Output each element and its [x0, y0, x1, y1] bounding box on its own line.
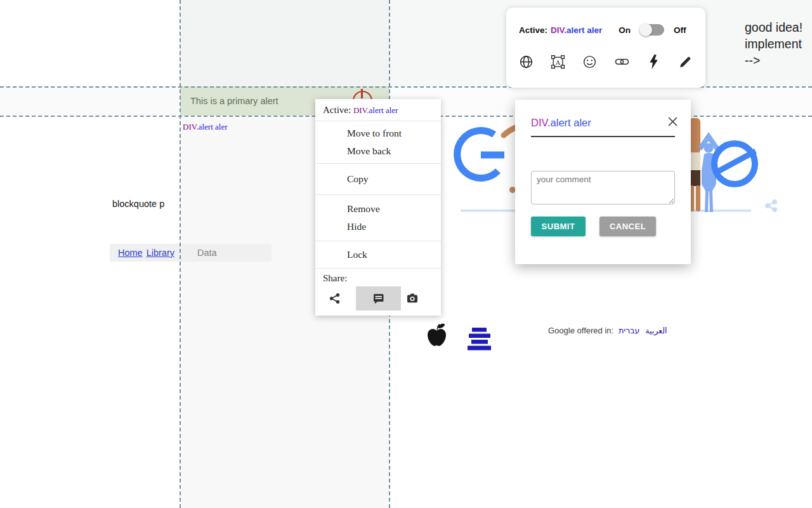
menu-item-remove[interactable]: Remove	[315, 200, 441, 218]
title-divider	[531, 136, 675, 137]
modal-title: DIV.alert aler	[531, 117, 591, 129]
camera-icon[interactable]	[406, 293, 419, 304]
context-menu: Active: DIV.alert aler Move to front Mov…	[315, 99, 441, 316]
active-toggle[interactable]	[640, 24, 664, 36]
doodle-letter-e	[714, 144, 756, 184]
close-icon[interactable]	[667, 116, 678, 130]
offered-in-label: Google offered in:	[548, 326, 613, 335]
toggle-on-label: On	[619, 25, 631, 35]
doodle-share-icon[interactable]	[766, 200, 777, 212]
smiley-icon[interactable]	[582, 53, 598, 70]
extension-toolbar-panel: Active: DIV.alert aler On Off	[506, 8, 705, 88]
breadcrumb-current: Data	[197, 248, 217, 258]
note-line: good idea!	[745, 19, 812, 36]
selector-tag: DIV	[551, 25, 564, 35]
language-link-hebrew[interactable]: עברית	[619, 326, 639, 335]
comment-icon[interactable]	[356, 286, 401, 311]
menu-group: Lock	[315, 241, 441, 269]
breadcrumb: Home Library Data	[110, 244, 272, 262]
page: good idea! implement -->	[0, 0, 812, 508]
selector-tag: DIV	[353, 105, 367, 115]
menu-item-lock[interactable]: Lock	[315, 246, 441, 264]
note-line: -->	[745, 52, 812, 69]
comment-input[interactable]	[531, 171, 675, 204]
inspector-zone-top	[180, 0, 389, 86]
apple-icon[interactable]	[425, 321, 449, 352]
menu-item-hide[interactable]: Hide	[315, 218, 441, 236]
language-link-arabic[interactable]: العربية	[645, 326, 667, 335]
globe-icon[interactable]	[518, 53, 534, 70]
selector-rest: .alert aler	[367, 105, 398, 115]
svg-text:A: A	[556, 58, 561, 65]
bolt-icon[interactable]	[646, 53, 662, 70]
selector-tag: DIV	[183, 122, 196, 131]
share-label: Share:	[323, 272, 433, 284]
selector-rest: .alert aler	[564, 25, 602, 35]
submit-button[interactable]: SUBMIT	[531, 217, 586, 236]
menu-item-move-back[interactable]: Move back	[315, 142, 441, 160]
active-label: Active:	[323, 105, 351, 115]
selector-rest: .alert aler	[547, 117, 591, 128]
blockquote-text: blockquote p	[112, 199, 164, 209]
doodle-letter-g	[457, 131, 504, 178]
menu-item-move-to-front[interactable]: Move to front	[315, 124, 441, 142]
pencil-icon[interactable]	[678, 53, 694, 70]
text-frame-icon[interactable]: A	[549, 53, 566, 70]
share-section: Share:	[315, 269, 441, 316]
note-line: implement	[745, 36, 812, 52]
element-selector-label: DIV.alert aler	[183, 122, 228, 132]
cancel-button[interactable]: CANCEL	[599, 217, 656, 236]
link-icon[interactable]	[613, 53, 630, 70]
inspector-zone-band-left	[0, 86, 180, 116]
menu-item-copy[interactable]: Copy	[315, 170, 441, 188]
menu-group: Move to front Move back	[315, 121, 441, 164]
google-offered-in: Google offered in: עברית العربية	[548, 326, 672, 335]
comment-modal: DIV.alert aler SUBMIT CANCEL	[515, 100, 691, 264]
selector-tag: DIV	[531, 117, 547, 128]
guide-vertical-left	[180, 0, 181, 508]
comment-note: good idea! implement -->	[745, 19, 812, 69]
breadcrumb-link-library[interactable]: Library	[147, 248, 174, 258]
text-lines-icon[interactable]	[467, 326, 492, 356]
share-nodes-icon[interactable]	[329, 293, 341, 304]
selector-rest: .alert aler	[196, 122, 227, 131]
breadcrumb-link-home[interactable]: Home	[118, 248, 143, 258]
toggle-off-label: Off	[674, 25, 686, 35]
context-menu-header: Active: DIV.alert aler	[315, 99, 441, 121]
menu-group: Copy	[315, 164, 441, 195]
menu-group: Remove Hide	[315, 195, 441, 241]
active-label: Active:	[519, 25, 547, 35]
